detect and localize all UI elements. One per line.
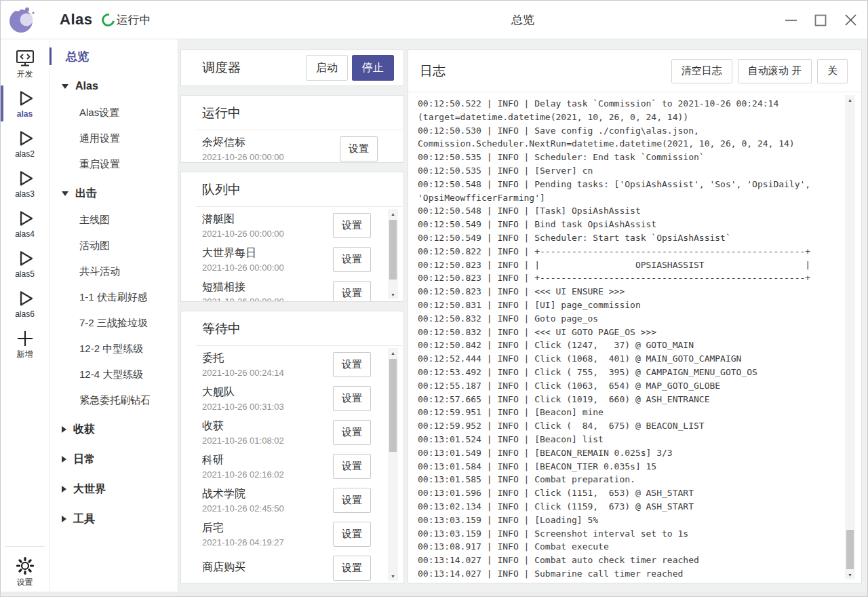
- task-settings-button[interactable]: 设置: [333, 556, 371, 581]
- scheduler-status: 运行中: [102, 12, 151, 28]
- waiting-scrollbar[interactable]: ▲ ▼: [388, 348, 398, 581]
- scroll-down-icon[interactable]: ▼: [388, 290, 398, 299]
- scroll-up-icon[interactable]: ▲: [845, 95, 855, 104]
- chevron-down-icon: [62, 84, 68, 89]
- task-settings-button[interactable]: 设置: [333, 454, 371, 479]
- rail-item-label: alas6: [15, 310, 35, 319]
- page-title: 总览: [178, 12, 867, 28]
- menu-group-Alas[interactable]: Alas: [50, 77, 178, 95]
- menu-group-日常[interactable]: 日常: [50, 450, 178, 468]
- task-info: 余烬信标2021-10-26 00:00:00: [202, 135, 340, 163]
- menu-item-12-4 大型练级[interactable]: 12-4 大型练级: [50, 366, 178, 383]
- scroll-down-icon[interactable]: ▼: [845, 570, 855, 579]
- rail-item-alas2[interactable]: alas2: [1, 123, 49, 163]
- scheduler-title: 调度器: [202, 59, 306, 77]
- task-row: 大世界每日2021-10-26 00:00:00设置: [202, 242, 371, 276]
- menu-item-通用设置[interactable]: 通用设置: [50, 130, 178, 147]
- pending-panel: 队列中 潜艇图2021-10-26 00:00:00设置大世界每日2021-10…: [180, 172, 404, 302]
- chevron-down-icon: [62, 191, 68, 196]
- start-button[interactable]: 启动: [306, 55, 348, 81]
- menu-item-共斗活动[interactable]: 共斗活动: [50, 263, 178, 280]
- running-panel-title: 运行中: [181, 96, 403, 130]
- rail-item-label: alas: [17, 110, 33, 119]
- task-name: 大世界每日: [202, 246, 333, 261]
- task-settings-button[interactable]: 设置: [333, 386, 371, 411]
- task-next-run-time: 2021-10-26 04:19:27: [202, 537, 333, 548]
- menu-group-收获[interactable]: 收获: [50, 421, 178, 438]
- menu-item-7-2 三战捡垃圾[interactable]: 7-2 三战捡垃圾: [50, 315, 178, 331]
- minimize-button[interactable]: [781, 10, 801, 31]
- task-name: 潜艇图: [202, 212, 333, 227]
- task-row: 潜艇图2021-10-26 00:00:00设置: [202, 208, 371, 242]
- app-window: Alas 运行中 总览: [0, 0, 868, 597]
- rail-item-alas4[interactable]: alas4: [1, 204, 49, 244]
- rail-item-settings[interactable]: 设置: [1, 551, 49, 591]
- scrollbar-thumb[interactable]: [389, 220, 397, 280]
- task-info: 委托2021-10-26 00:24:14: [202, 351, 333, 379]
- task-settings-button[interactable]: 设置: [333, 522, 371, 547]
- task-name: 后宅: [202, 520, 333, 535]
- scroll-up-icon[interactable]: ▲: [388, 209, 398, 218]
- rail-item-label: alas3: [15, 190, 35, 199]
- task-row: 收获2021-10-26 01:08:02设置: [202, 415, 371, 449]
- dev-monitor-icon: [15, 49, 35, 68]
- scrollbar-thumb[interactable]: [846, 530, 854, 569]
- menu-item-重启设置[interactable]: 重启设置: [50, 156, 178, 172]
- scheduler-column: 调度器 启动 停止 运行中 余烬信标2021-10-26 00:00:00设置 …: [180, 50, 404, 583]
- task-settings-button[interactable]: 设置: [333, 420, 371, 445]
- minimize-icon: [785, 14, 797, 26]
- rail-item-alas6[interactable]: alas6: [1, 284, 49, 324]
- main-content: 调度器 启动 停止 运行中 余烬信标2021-10-26 00:00:00设置 …: [178, 39, 867, 596]
- task-settings-button[interactable]: 设置: [333, 247, 371, 272]
- menu-item-Alas设置[interactable]: Alas设置: [50, 104, 178, 121]
- stop-button[interactable]: 停止: [352, 55, 394, 81]
- task-next-run-time: 2021-10-26 00:00:00: [202, 229, 333, 239]
- rail-item-label: alas5: [15, 270, 35, 279]
- scroll-up-icon[interactable]: ▲: [388, 348, 398, 358]
- autoscroll-off-button[interactable]: 关: [817, 59, 848, 83]
- play-icon: [15, 289, 35, 308]
- task-settings-button[interactable]: 设置: [333, 352, 371, 377]
- close-button[interactable]: [840, 10, 861, 31]
- task-info: 收获2021-10-26 01:08:02: [202, 419, 333, 446]
- menu-group-label: 收获: [73, 423, 95, 437]
- close-icon: [844, 14, 857, 26]
- task-info: 短猫相接2021-10-26 00:00:00: [202, 280, 333, 302]
- menu-item-overview[interactable]: 总览: [50, 47, 178, 65]
- log-card: 日志 清空日志 自动滚动 开 关 00:12:50.522 | INFO | D…: [408, 50, 862, 583]
- menu-item-活动图[interactable]: 活动图: [50, 237, 178, 254]
- menu-item-主线图[interactable]: 主线图: [50, 212, 178, 228]
- menu-group-出击[interactable]: 出击: [50, 185, 178, 202]
- menu-sidebar: 总览 AlasAlas设置通用设置重启设置出击主线图活动图共斗活动1-1 伏击刷…: [50, 39, 178, 596]
- task-settings-button[interactable]: 设置: [333, 281, 371, 302]
- task-next-run-time: 2021-10-26 00:00:00: [202, 263, 333, 273]
- scroll-down-icon[interactable]: ▼: [388, 571, 398, 581]
- clear-log-button[interactable]: 清空日志: [671, 59, 732, 83]
- log-scrollbar[interactable]: ▲ ▼: [845, 95, 855, 579]
- instance-rail: 开发 alasalas2alas3alas4alas5alas6 新增: [1, 39, 50, 596]
- menu-item-1-1 伏击刷好感[interactable]: 1-1 伏击刷好感: [50, 289, 178, 305]
- task-row: 余烬信标2021-10-26 00:00:00设置: [202, 132, 378, 162]
- scrollbar-thumb[interactable]: [389, 359, 397, 452]
- menu-item-紧急委托刷钻石[interactable]: 紧急委托刷钻石: [50, 392, 178, 408]
- task-settings-button[interactable]: 设置: [340, 136, 378, 161]
- menu-group-label: 工具: [73, 512, 95, 526]
- add-instance-button[interactable]: 新增: [1, 324, 49, 364]
- rail-item-label: 开发: [17, 70, 33, 79]
- autoscroll-on-button[interactable]: 自动滚动 开: [738, 59, 812, 83]
- rail-item-alas[interactable]: alas: [1, 83, 49, 123]
- chevron-right-icon: [62, 516, 66, 522]
- menu-item-12-2 中型练级[interactable]: 12-2 中型练级: [50, 341, 178, 357]
- task-row: 科研2021-10-26 02:16:02设置: [202, 449, 371, 483]
- rail-item-dev[interactable]: 开发: [1, 43, 49, 83]
- pending-scrollbar[interactable]: ▲ ▼: [388, 209, 398, 299]
- task-settings-button[interactable]: 设置: [333, 488, 371, 513]
- maximize-button[interactable]: [810, 10, 831, 31]
- menu-group-工具[interactable]: 工具: [50, 510, 178, 528]
- task-settings-button[interactable]: 设置: [333, 213, 371, 238]
- task-info: 科研2021-10-26 02:16:02: [202, 452, 333, 480]
- menu-group-大世界[interactable]: 大世界: [50, 480, 178, 498]
- rail-item-alas5[interactable]: alas5: [1, 244, 49, 284]
- rail-item-alas3[interactable]: alas3: [1, 163, 49, 204]
- task-next-run-time: 2021-10-26 02:45:50: [202, 503, 333, 514]
